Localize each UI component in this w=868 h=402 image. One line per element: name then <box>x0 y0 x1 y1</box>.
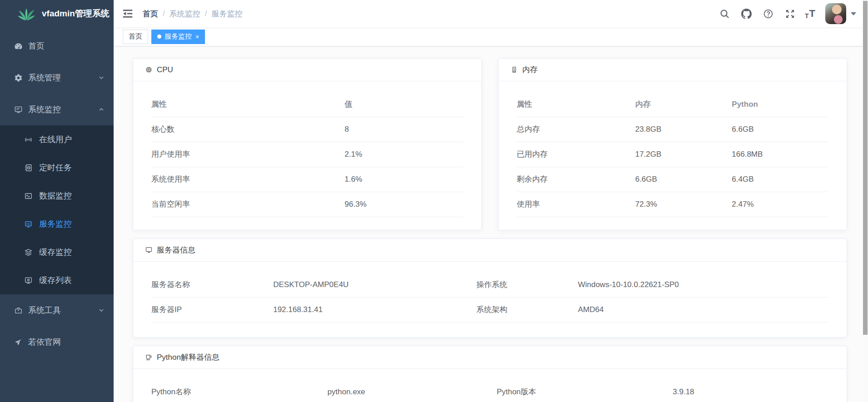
plant-logo-icon <box>17 6 35 21</box>
column-header: 内存 <box>635 92 732 117</box>
cell-label: 已用内存 <box>517 142 635 167</box>
top-navbar: 首页 / 系统监控 / 服务监控 TT <box>114 0 868 27</box>
table-row: 总内存23.8GB6.6GB <box>517 117 828 142</box>
python-info-card-header: Python解释器信息 <box>133 346 847 369</box>
sidebar-item-ruoyi-website[interactable]: 若依官网 <box>0 326 114 358</box>
server-monitor-icon <box>24 219 33 228</box>
gear-icon <box>14 73 23 82</box>
table-row: 使用率72.3%2.47% <box>517 192 828 217</box>
sidebar-item-label: 缓存列表 <box>39 275 105 286</box>
scrollbar-thumb[interactable] <box>863 1 868 335</box>
sidebar-item-scheduled-jobs[interactable]: 定时任务 <box>0 154 114 182</box>
caret-down-icon <box>851 12 856 15</box>
sidebar-item-server-monitor[interactable]: 服务监控 <box>0 210 114 238</box>
app-window: vfadmin管理系统 首页 系统管理 <box>0 0 868 402</box>
cell-value: 6.6GB <box>635 167 732 192</box>
online-user-icon <box>24 135 33 144</box>
page-content: CPU 属性值 核心数8 用户使用率2.1% 系统使用率1.6% 当前空闲率96… <box>114 46 868 402</box>
card-title: CPU <box>157 65 173 74</box>
github-icon[interactable] <box>738 4 756 24</box>
breadcrumb-separator: / <box>163 9 165 18</box>
search-icon[interactable] <box>716 4 734 24</box>
sidebar-item-label: 在线用户 <box>39 134 105 145</box>
cell-label: 剩余内存 <box>517 167 635 192</box>
sidebar-item-system-management[interactable]: 系统管理 <box>0 62 114 94</box>
python-info-card: Python解释器信息 Python名称 python.exe Python版本… <box>133 346 847 402</box>
chevron-down-icon <box>98 74 105 81</box>
cell-label: 系统使用率 <box>151 167 344 192</box>
table-row: 当前空闲率96.3% <box>151 192 463 217</box>
scheduled-job-icon <box>24 163 33 172</box>
cell-value: 1.6% <box>344 167 463 192</box>
cell-label: Python名称 <box>151 380 327 402</box>
cell-value: 96.3% <box>344 192 463 217</box>
question-icon[interactable] <box>759 4 778 24</box>
cell-value: AMD64 <box>578 298 828 323</box>
cell-label: Python版本 <box>497 380 673 402</box>
app-logo[interactable]: vfadmin管理系统 <box>0 0 114 27</box>
tag-home[interactable]: 首页 <box>123 30 148 44</box>
column-header: 属性 <box>517 92 635 117</box>
server-info-card: 服务器信息 服务器名称 DESKTOP-AMP0E4U 操作系统 Windows… <box>133 238 847 337</box>
breadcrumb-level2: 系统监控 <box>170 9 200 19</box>
sidebar-item-label: 定时任务 <box>39 162 105 173</box>
table-row: 剩余内存6.6GB6.4GB <box>517 167 828 192</box>
server-info-table: 服务器名称 DESKTOP-AMP0E4U 操作系统 Windows-10-10… <box>151 273 828 323</box>
sidebar-item-label: 缓存监控 <box>39 247 105 258</box>
sidebar-item-label: 服务监控 <box>39 218 105 229</box>
cell-label: 操作系统 <box>476 273 578 298</box>
cell-label: 总内存 <box>517 117 635 142</box>
sidebar-toggle-icon[interactable] <box>122 8 134 20</box>
tag-label: 首页 <box>129 32 142 41</box>
server-info-card-header: 服务器信息 <box>133 239 847 262</box>
chevron-up-icon <box>98 106 105 113</box>
sidebar-item-system-tools[interactable]: 系统工具 <box>0 294 114 326</box>
cell-label: 系统架构 <box>476 298 578 323</box>
table-row: Python名称 python.exe Python版本 3.9.18 <box>151 380 828 402</box>
cell-value: 8 <box>344 117 463 142</box>
cell-value: 72.3% <box>635 192 732 217</box>
column-header: 值 <box>344 92 463 117</box>
system-monitor-submenu: 在线用户 定时任务 数据监控 <box>0 125 114 294</box>
sidebar-item-label: 系统工具 <box>28 305 98 316</box>
cache-list-icon <box>24 276 33 285</box>
vertical-scrollbar[interactable] <box>863 0 868 402</box>
cell-label: 当前空闲率 <box>151 192 344 217</box>
coffee-cup-icon <box>145 353 153 361</box>
sidebar-item-label: 系统监控 <box>28 104 98 115</box>
cell-value: 6.6GB <box>732 117 828 142</box>
sidebar-item-cache-list[interactable]: 缓存列表 <box>0 266 114 294</box>
cpu-chip-icon <box>145 66 153 74</box>
card-title: 服务器信息 <box>157 245 195 255</box>
tag-label: 服务监控 <box>165 32 192 41</box>
cell-label: 服务器名称 <box>151 273 273 298</box>
sidebar-item-online-users[interactable]: 在线用户 <box>0 125 114 154</box>
sidebar-item-label: 若依官网 <box>28 337 105 347</box>
memory-card: 内存 属性 内存 Python 总内存23.8GB6.6GB 已用内存17.2G… <box>498 58 847 230</box>
sidebar-item-home[interactable]: 首页 <box>0 30 114 62</box>
cell-value: Windows-10-10.0.22621-SP0 <box>578 273 828 298</box>
table-row: 用户使用率2.1% <box>151 142 463 167</box>
close-icon[interactable]: × <box>195 34 199 40</box>
breadcrumb-home[interactable]: 首页 <box>143 9 158 19</box>
avatar[interactable] <box>825 3 846 24</box>
table-row: 已用内存17.2GB166.8MB <box>517 142 828 167</box>
sidebar-item-data-monitor[interactable]: 数据监控 <box>0 182 114 210</box>
fullscreen-icon[interactable] <box>781 4 799 24</box>
cell-label: 核心数 <box>151 117 344 142</box>
table-row: 服务器IP 192.168.31.41 系统架构 AMD64 <box>151 298 828 323</box>
sidebar-item-cache-monitor[interactable]: 缓存监控 <box>0 238 114 266</box>
tag-server-monitor[interactable]: 服务监控 × <box>151 30 205 44</box>
sidebar-item-system-monitor[interactable]: 系统监控 <box>0 94 114 125</box>
navbar-right-tools: TT <box>716 3 856 24</box>
user-menu[interactable] <box>825 3 856 24</box>
breadcrumb: 首页 / 系统监控 / 服务监控 <box>143 9 242 19</box>
cell-value: 2.1% <box>344 142 463 167</box>
cell-value: 17.2GB <box>635 142 732 167</box>
font-size-icon[interactable]: TT <box>803 8 817 20</box>
card-title: Python解释器信息 <box>157 352 219 362</box>
data-monitor-icon <box>24 191 33 200</box>
cell-value: 166.8MB <box>732 142 828 167</box>
main-area: 首页 / 系统监控 / 服务监控 TT <box>114 0 868 402</box>
breadcrumb-level3: 服务监控 <box>211 9 242 19</box>
